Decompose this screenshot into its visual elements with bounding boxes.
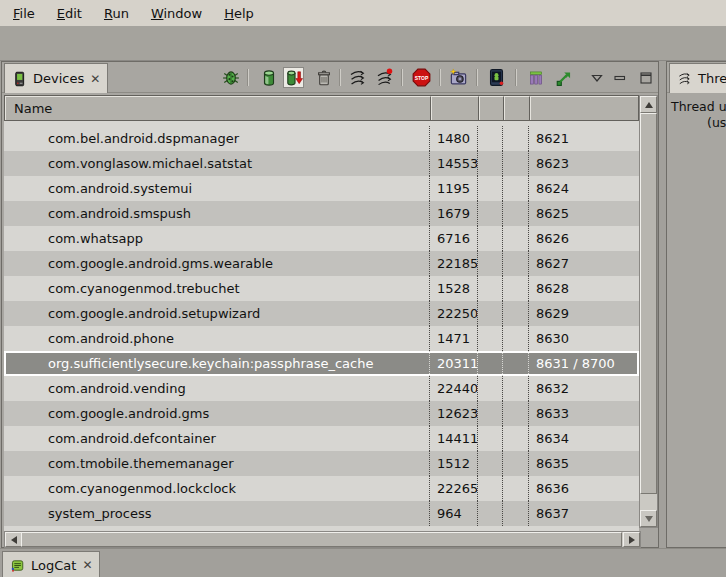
- debug-process-button[interactable]: [220, 67, 241, 88]
- table-row[interactable]: com.bel.android.dspmanager 1480 8621: [4, 126, 639, 151]
- camera-icon: [449, 68, 468, 87]
- cause-gc-button[interactable]: [313, 67, 334, 88]
- table-row[interactable]: com.whatsapp 6716 8626: [4, 226, 639, 251]
- process-col4: [503, 126, 529, 151]
- toolbar-separator: [439, 69, 441, 86]
- scroll-right-button[interactable]: [623, 532, 640, 547]
- process-pid: 1528: [430, 276, 478, 301]
- update-threads-button[interactable]: [347, 67, 368, 88]
- table-row[interactable]: com.android.phone 1471 8630: [4, 326, 639, 351]
- process-col4: [503, 376, 529, 401]
- phone-icon: [12, 71, 27, 87]
- column-header-name[interactable]: Name: [5, 96, 431, 120]
- table-row[interactable]: org.sufficientlysecure.keychain:passphra…: [4, 351, 639, 376]
- horizontal-scrollbar[interactable]: [4, 531, 641, 548]
- start-method-profiling-button[interactable]: [374, 67, 395, 88]
- process-col4: [503, 226, 529, 251]
- thread-activity-button[interactable]: [525, 67, 546, 88]
- menu-run[interactable]: Run: [93, 3, 140, 24]
- process-pid: 12623: [430, 401, 478, 426]
- view-menu-button[interactable]: [586, 67, 607, 88]
- table-row[interactable]: com.cyanogenmod.lockclock 22265 8636: [4, 476, 639, 501]
- process-pid: 22440: [430, 376, 478, 401]
- process-name: com.whatsapp: [4, 226, 430, 251]
- process-port: 8628: [529, 276, 639, 301]
- maximize-button[interactable]: [635, 67, 656, 88]
- arrow-up-icon: [645, 102, 653, 108]
- process-col3: [478, 301, 503, 326]
- table-row[interactable]: com.android.defcontainer 14411 8634: [4, 426, 639, 451]
- toolbar-separator: [247, 69, 249, 86]
- table-row[interactable]: com.cyanogenmod.trebuchet 1528 8628: [4, 276, 639, 301]
- arrow-left-icon: [11, 536, 17, 544]
- process-col3: [478, 451, 503, 476]
- start-tracing-button[interactable]: [553, 67, 574, 88]
- process-pid: 22265: [430, 476, 478, 501]
- table-row[interactable]: com.tmobile.thememanager 1512 8635: [4, 451, 639, 476]
- process-col3: [478, 326, 503, 351]
- column-header-pid[interactable]: [431, 96, 479, 120]
- table-row[interactable]: com.google.android.gms 12623 8633: [4, 401, 639, 426]
- vertical-scrollbar[interactable]: [639, 95, 658, 528]
- close-icon[interactable]: ✕: [90, 73, 100, 85]
- process-pid: 1480: [430, 126, 478, 151]
- table-row[interactable]: system_process 964 8637: [4, 501, 639, 526]
- update-heap-button[interactable]: [258, 67, 279, 88]
- main-toolbar: [0, 26, 726, 61]
- scroll-down-button[interactable]: [640, 510, 657, 527]
- process-col3: [478, 126, 503, 151]
- table-row[interactable]: com.google.android.gms.wearable 22185 86…: [4, 251, 639, 276]
- scroll-up-button[interactable]: [640, 96, 657, 113]
- process-name: system_process: [4, 501, 430, 526]
- minimize-button[interactable]: [609, 67, 630, 88]
- menu-file[interactable]: File: [2, 3, 46, 24]
- table-row[interactable]: com.android.systemui 1195 8624: [4, 176, 639, 201]
- menu-window[interactable]: Window: [140, 3, 213, 24]
- svg-text:STOP: STOP: [415, 75, 429, 81]
- tab-devices[interactable]: Devices ✕: [4, 63, 108, 93]
- dump-hprof-button[interactable]: [283, 67, 304, 88]
- process-name: com.android.vending: [4, 376, 430, 401]
- process-col3: [478, 226, 503, 251]
- process-col4: [503, 326, 529, 351]
- column-header-col3[interactable]: [479, 96, 504, 120]
- menu-edit[interactable]: Edit: [46, 3, 93, 24]
- stop-process-button[interactable]: STOP: [411, 67, 432, 88]
- horizontal-scrollbar-thumb[interactable]: [21, 532, 622, 547]
- process-name: com.android.defcontainer: [4, 426, 430, 451]
- screen-capture-button[interactable]: [448, 67, 469, 88]
- column-header-port[interactable]: [530, 96, 638, 120]
- process-port: 8625: [529, 201, 639, 226]
- process-col3: [478, 501, 503, 526]
- process-col4: [503, 151, 529, 176]
- process-col4: [503, 476, 529, 501]
- bug-icon: [222, 69, 240, 87]
- process-port: 8633: [529, 401, 639, 426]
- table-row[interactable]: com.android.vending 22440 8632: [4, 376, 639, 401]
- table-row[interactable]: com.google.android.setupwizard 22250 862…: [4, 301, 639, 326]
- vertical-scrollbar-thumb[interactable]: [640, 113, 657, 494]
- table-row[interactable]: com.vonglasow.michael.satstat 14553 8623: [4, 151, 639, 176]
- process-col3: [478, 476, 503, 501]
- process-name: com.google.android.gms.wearable: [4, 251, 430, 276]
- tab-threads[interactable]: Threads: [669, 63, 726, 93]
- process-pid: 6716: [430, 226, 478, 251]
- process-col4: [503, 451, 529, 476]
- process-col3: [478, 276, 503, 301]
- hprof-icon: [285, 69, 303, 87]
- tab-threads-label: Threads: [698, 71, 726, 86]
- threads-tab-row: Threads: [667, 62, 726, 93]
- screen-record-button[interactable]: [486, 67, 507, 88]
- close-icon[interactable]: ✕: [82, 559, 92, 571]
- column-header-col4[interactable]: [504, 96, 530, 120]
- process-name: org.sufficientlysecure.keychain:passphra…: [4, 351, 430, 376]
- table-row[interactable]: com.android.smspush 1679 8625: [4, 201, 639, 226]
- process-col4: [503, 351, 529, 376]
- menu-help[interactable]: Help: [213, 3, 265, 24]
- process-col4: [503, 426, 529, 451]
- process-pid: 20311: [430, 351, 478, 376]
- scroll-left-button[interactable]: [5, 532, 22, 547]
- tab-logcat[interactable]: LogCat ✕: [2, 551, 100, 577]
- process-col4: [503, 176, 529, 201]
- process-col3: [478, 426, 503, 451]
